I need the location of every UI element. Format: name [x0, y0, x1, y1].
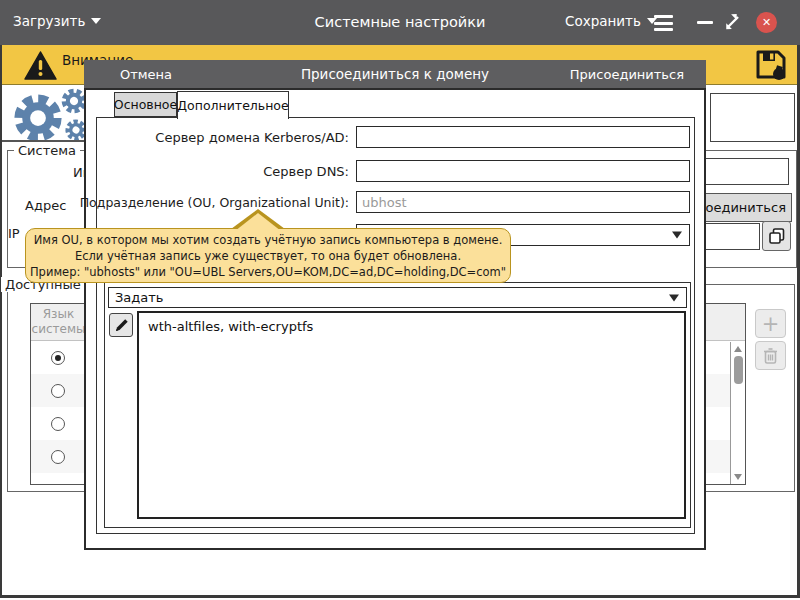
tooltip-line-1: Имя OU, в котором мы хотим создать учётн…	[34, 232, 503, 248]
chevron-down-icon	[672, 232, 682, 239]
language-radio[interactable]	[51, 417, 65, 431]
language-radio[interactable]	[51, 351, 65, 365]
save-menu-label: Сохранить	[565, 13, 641, 29]
ou-tooltip: Имя OU, в котором мы хотим создать учётн…	[25, 228, 511, 283]
language-column-header: Язык системы	[31, 307, 86, 337]
tab-additional[interactable]: Дополнительное	[177, 91, 289, 119]
ip-label: IP	[8, 226, 20, 241]
tooltip-line-3: Пример: "ubhosts" или "OU=UBL Servers,OU…	[30, 264, 506, 280]
screen: Загрузить Системные настройки Сохранить …	[0, 0, 800, 600]
set-combobox-value: Задать	[115, 290, 164, 305]
tab-basic[interactable]: Основное	[114, 92, 177, 117]
tooltip-line-2: Если учётная запись уже существует, то о…	[75, 248, 461, 264]
language-table-scrollbar[interactable]	[730, 342, 745, 484]
trash-icon	[763, 347, 778, 364]
save-file-icon[interactable]	[754, 48, 788, 81]
window-border-bottom	[0, 595, 800, 598]
kerberos-server-label: Сервер домена Kerberos/AD:	[61, 130, 349, 145]
scroll-up-icon[interactable]	[734, 346, 742, 352]
dns-server-label: Сервер DNS:	[61, 164, 349, 179]
titlebar: Загрузить Системные настройки Сохранить …	[0, 0, 800, 45]
copy-icon	[768, 227, 786, 245]
maximize-button[interactable]	[723, 12, 743, 32]
expand-icon	[723, 12, 743, 32]
chevron-down-icon	[669, 294, 679, 301]
close-button[interactable]: ✕	[756, 12, 777, 33]
ou-input[interactable]	[356, 191, 690, 213]
minimize-icon	[697, 21, 713, 24]
ou-label: Подразделение (OU, Organizational Unit):	[61, 195, 349, 210]
language-radio[interactable]	[51, 450, 65, 464]
language-radio[interactable]	[51, 384, 65, 398]
delete-language-button[interactable]	[755, 341, 786, 370]
edit-button[interactable]	[109, 313, 133, 337]
dialog-join-button[interactable]: Присоединиться	[570, 67, 684, 82]
dns-server-input[interactable]	[356, 160, 690, 182]
window-border-left	[0, 45, 2, 598]
window-title: Системные настройки	[0, 14, 800, 30]
pencil-icon	[114, 318, 129, 333]
menu-icon[interactable]	[654, 15, 673, 31]
dialog-content: Сервер домена Kerberos/AD: Сервер DNS: П…	[96, 117, 695, 534]
save-menu-button[interactable]: Сохранить	[565, 13, 657, 29]
scrollbar-thumb[interactable]	[734, 356, 743, 384]
tooltip-pointer-fill	[235, 213, 281, 231]
copy-button[interactable]	[762, 221, 791, 251]
tab-basic-label: Основное	[114, 97, 177, 112]
close-icon: ✕	[762, 16, 771, 29]
minimize-button[interactable]	[697, 21, 713, 24]
features-text: wth-altfiles, with-ecryptfs	[148, 319, 313, 334]
tab-additional-label: Дополнительное	[177, 98, 288, 113]
warning-icon	[24, 51, 57, 80]
dialog-header: Отмена Присоединиться к домену Присоедин…	[84, 60, 706, 88]
system-groupbox-legend: Система	[14, 143, 80, 158]
set-combobox[interactable]: Задать	[108, 287, 687, 308]
scroll-down-icon[interactable]	[734, 474, 742, 480]
features-textarea[interactable]: wth-altfiles, with-ecryptfs	[137, 311, 686, 519]
plus-icon: +	[762, 312, 780, 336]
kerberos-server-input[interactable]	[356, 126, 690, 148]
hostname-input[interactable]	[710, 93, 795, 142]
add-language-button[interactable]: +	[755, 309, 786, 338]
